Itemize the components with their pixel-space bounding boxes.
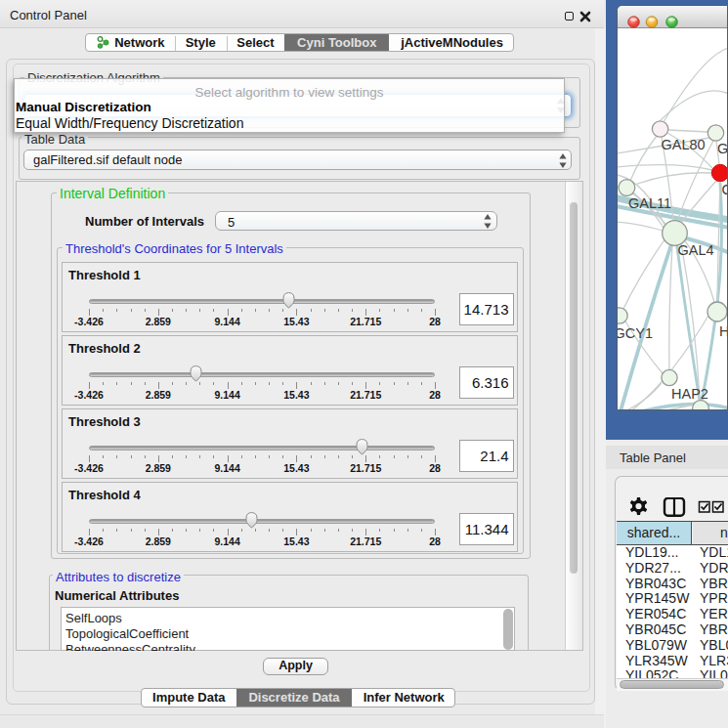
svg-text:CD: CD bbox=[722, 182, 728, 197]
svg-text:GAL80: GAL80 bbox=[662, 137, 706, 152]
svg-text:HAP: HAP bbox=[719, 323, 728, 339]
svg-text:HAP2: HAP2 bbox=[671, 386, 708, 402]
svg-text:GAL: GAL bbox=[717, 141, 728, 156]
svg-text:GAL11: GAL11 bbox=[628, 195, 671, 211]
svg-text:GCY1: GCY1 bbox=[618, 325, 653, 341]
svg-text:GAL4: GAL4 bbox=[678, 242, 714, 258]
